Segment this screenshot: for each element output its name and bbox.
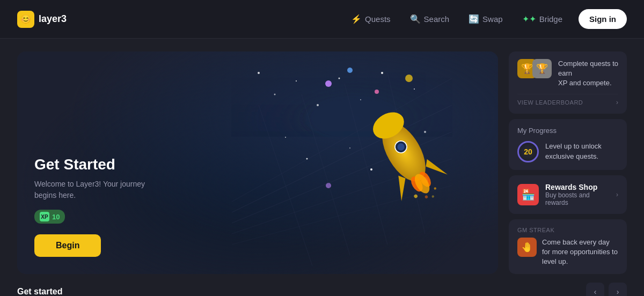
bottom-title: Get started — [17, 287, 62, 296]
svg-point-0 — [258, 72, 260, 74]
level-badge: 20 — [517, 141, 539, 162]
gm-streak-content: 🤚 Come back every day for more opportuni… — [517, 238, 618, 267]
svg-point-15 — [325, 80, 332, 87]
view-leaderboard-row[interactable]: VIEW LEADERBOARD › — [517, 94, 618, 106]
swap-label: Swap — [482, 14, 503, 24]
hero-title: Get Started — [34, 156, 152, 173]
prev-arrow-button[interactable]: ‹ — [586, 283, 604, 296]
svg-line-27 — [259, 105, 312, 266]
logo-icon: 😊 — [17, 11, 34, 28]
svg-point-16 — [347, 68, 353, 73]
swap-icon: 🔄 — [469, 14, 479, 24]
main-content: Get Started Welcome to Layer3! Your jour… — [0, 39, 644, 296]
leaderboard-card[interactable]: 🏆 🏆 Complete quests to earn XP and compe… — [509, 51, 627, 114]
nav-quests[interactable]: ⚡ Quests — [343, 10, 398, 28]
rewards-title: Rewards Shop — [545, 183, 610, 191]
svg-point-1 — [274, 94, 276, 95]
bridge-label: Bridge — [539, 14, 562, 24]
search-label: Search — [424, 14, 450, 24]
nav-swap[interactable]: 🔄 Swap — [461, 10, 510, 28]
flame-icon: 🤚 — [517, 238, 537, 257]
nav-links: ⚡ Quests 🔍 Search 🔄 Swap ✦✦ Bridge Sign … — [343, 9, 627, 29]
svg-point-10 — [285, 137, 286, 138]
leaderboard-line1: Complete quests to earn — [558, 60, 618, 77]
sign-in-button[interactable]: Sign in — [579, 9, 627, 29]
trophy-silver-icon: 🏆 — [532, 59, 552, 78]
svg-point-42 — [425, 195, 429, 199]
gm-streak-description: Come back every day for more opportuniti… — [542, 238, 618, 267]
trophy-icons: 🏆 🏆 — [517, 59, 552, 78]
svg-point-40 — [413, 194, 418, 198]
svg-point-6 — [381, 72, 383, 74]
bridge-icon: ✦✦ — [522, 14, 536, 24]
content-row: Get Started Welcome to Layer3! Your jour… — [17, 51, 627, 274]
svg-point-2 — [296, 80, 297, 82]
rewards-chevron-icon: › — [616, 191, 618, 198]
quests-label: Quests — [365, 14, 391, 24]
leaderboard-line2: XP and compete. — [558, 79, 612, 87]
svg-point-3 — [317, 104, 319, 106]
rewards-card[interactable]: 🏪 Rewards Shop Buy boosts and rewards › — [509, 175, 627, 214]
sidebar: 🏆 🏆 Complete quests to earn XP and compe… — [509, 51, 627, 274]
hero-description: Welcome to Layer3! Your journey begins h… — [34, 179, 152, 201]
next-arrow-button[interactable]: › — [609, 283, 627, 296]
search-icon: 🔍 — [410, 14, 421, 24]
nav-arrows: ‹ › — [586, 283, 627, 296]
begin-button[interactable]: Begin — [34, 234, 101, 257]
bottom-bar: Get started ‹ › — [17, 283, 627, 296]
svg-point-43 — [431, 195, 435, 198]
navbar: 😊 layer3 ⚡ Quests 🔍 Search 🔄 Swap ✦✦ Bri… — [0, 0, 644, 39]
rewards-subtitle: Buy boosts and rewards — [545, 191, 610, 206]
nav-search[interactable]: 🔍 Search — [402, 10, 457, 28]
progress-card[interactable]: My Progress 20 Level up to unlock exclus… — [509, 119, 627, 170]
svg-point-18 — [405, 75, 413, 82]
xp-badge: XP 10 — [34, 210, 65, 224]
gm-streak-label: GM Streak — [517, 227, 618, 233]
rewards-info: Rewards Shop Buy boosts and rewards — [545, 183, 610, 206]
progress-section-title: My Progress — [517, 127, 618, 135]
progress-content: 20 Level up to unlock exclusive quests. — [517, 141, 618, 162]
svg-point-5 — [360, 99, 361, 100]
xp-value: 10 — [52, 213, 60, 221]
logo-text: layer3 — [39, 13, 67, 25]
svg-point-41 — [434, 187, 437, 190]
logo[interactable]: 😊 layer3 — [17, 11, 67, 28]
leaderboard-text: Complete quests to earn XP and compete. — [558, 59, 618, 88]
rewards-shop-icon: 🏪 — [517, 184, 539, 205]
svg-point-4 — [339, 78, 340, 79]
nav-bridge[interactable]: ✦✦ Bridge — [515, 10, 570, 28]
hero-content: Get Started Welcome to Layer3! Your jour… — [17, 139, 170, 274]
progress-description: Level up to unlock exclusive quests. — [545, 142, 618, 161]
svg-point-17 — [375, 90, 379, 94]
leaderboard-top: 🏆 🏆 Complete quests to earn XP and compe… — [517, 59, 618, 88]
level-value: 20 — [524, 147, 532, 156]
lightning-icon: ⚡ — [351, 14, 362, 24]
view-leaderboard-label: VIEW LEADERBOARD — [517, 99, 583, 106]
chevron-right-icon: › — [616, 99, 618, 106]
hero-card: Get Started Welcome to Layer3! Your jour… — [17, 51, 498, 274]
gm-streak-card[interactable]: GM Streak 🤚 Come back every day for more… — [509, 219, 627, 275]
xp-icon: XP — [40, 212, 49, 221]
